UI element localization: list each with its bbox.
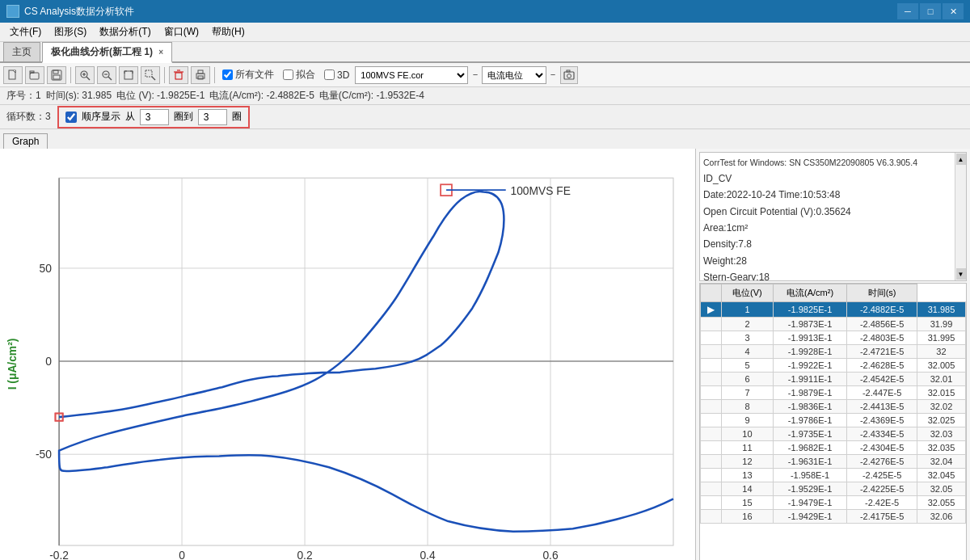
cell-num: 2 bbox=[722, 318, 774, 331]
all-files-check[interactable] bbox=[222, 69, 233, 80]
graph-tab[interactable]: Graph bbox=[3, 133, 48, 149]
open-button[interactable] bbox=[25, 66, 44, 84]
menu-help[interactable]: 帮助(H) bbox=[205, 23, 251, 40]
close-button[interactable]: ✕ bbox=[943, 3, 964, 19]
cell-current: -2.4175E-5 bbox=[847, 510, 917, 524]
cell-time: 32.045 bbox=[917, 469, 965, 482]
data-table-container: 电位(V) 电流(A/cm²) 时间(s) ▶1-1.9825E-1-2.488… bbox=[699, 283, 967, 560]
info-line-8: Stern-Geary:18 bbox=[703, 269, 951, 280]
table-row[interactable]: 15-1.9479E-1-2.42E-532.055 bbox=[701, 496, 966, 510]
table-row[interactable]: 4-1.9928E-1-2.4721E-532 bbox=[701, 345, 966, 359]
cell-num: 1 bbox=[722, 302, 774, 318]
separator-1 bbox=[70, 67, 71, 83]
cell-current: -2.4856E-5 bbox=[847, 318, 917, 331]
svg-line-15 bbox=[152, 77, 155, 80]
blend-check[interactable] bbox=[283, 69, 293, 80]
cell-num: 8 bbox=[722, 400, 774, 414]
tab-polarization[interactable]: 极化曲线分析(新工程 1) × bbox=[42, 42, 172, 63]
separator-3 bbox=[214, 67, 215, 83]
info-line-7: Weight:28 bbox=[703, 253, 951, 269]
print-button[interactable] bbox=[191, 66, 210, 84]
table-row[interactable]: 16-1.9429E-1-2.4175E-532.06 bbox=[701, 510, 966, 524]
table-row[interactable]: 7-1.9879E-1-2.447E-532.015 bbox=[701, 386, 966, 400]
cell-current: -2.42E-5 bbox=[847, 496, 917, 510]
cell-current: -2.447E-5 bbox=[847, 386, 917, 400]
col-voltage-header: 电位(V) bbox=[722, 284, 774, 302]
threed-check[interactable] bbox=[324, 69, 335, 80]
svg-line-7 bbox=[86, 77, 90, 80]
cell-time: 32.015 bbox=[917, 386, 965, 400]
svg-rect-4 bbox=[53, 70, 58, 74]
info-scrollbar[interactable]: ▲ ▼ bbox=[955, 153, 966, 280]
maximize-button[interactable]: □ bbox=[920, 3, 941, 19]
menu-graph[interactable]: 图形(S) bbox=[48, 23, 93, 40]
zoomregion-button[interactable] bbox=[141, 66, 160, 84]
minimize-button[interactable]: ─ bbox=[897, 3, 918, 19]
zoomfit-button[interactable] bbox=[119, 66, 138, 84]
capture-button[interactable] bbox=[560, 66, 578, 84]
cell-num: 13 bbox=[722, 469, 774, 482]
save-button[interactable] bbox=[47, 66, 66, 84]
menu-analysis[interactable]: 数据分析(T) bbox=[93, 23, 157, 40]
tab-close-icon[interactable]: × bbox=[158, 48, 163, 57]
main-content: 50 0 -50 -0.2 0 0.2 0.4 0.6 E (V) I (μA/… bbox=[0, 149, 970, 560]
svg-text:-0.2: -0.2 bbox=[49, 549, 69, 560]
table-row[interactable]: 9-1.9786E-1-2.4369E-532.025 bbox=[701, 414, 966, 427]
table-row[interactable]: 14-1.9529E-1-2.4225E-532.05 bbox=[701, 482, 966, 496]
menu-file[interactable]: 文件(F) bbox=[3, 23, 48, 40]
zoomout-button[interactable] bbox=[97, 66, 116, 84]
table-row[interactable]: 11-1.9682E-1-2.4304E-532.035 bbox=[701, 441, 966, 455]
table-row[interactable]: ▶1-1.9825E-1-2.4882E-531.985 bbox=[701, 302, 966, 318]
table-row[interactable]: 6-1.9911E-1-2.4542E-532.01 bbox=[701, 373, 966, 386]
cell-num: 9 bbox=[722, 414, 774, 427]
from-spinbox[interactable]: 3 bbox=[140, 109, 169, 125]
sequential-checkbox[interactable] bbox=[65, 112, 77, 123]
svg-rect-16 bbox=[175, 73, 182, 79]
title-bar: CS Analysis数据分析软件 ─ □ ✕ bbox=[0, 0, 970, 23]
cell-current: -2.4304E-5 bbox=[847, 441, 917, 455]
cell-voltage: -1.9922E-1 bbox=[773, 359, 846, 373]
all-files-checkbox[interactable]: 所有文件 bbox=[222, 68, 274, 82]
new-button[interactable] bbox=[3, 66, 23, 84]
window-controls: ─ □ ✕ bbox=[897, 3, 964, 19]
svg-text:0: 0 bbox=[179, 549, 185, 560]
toolbar: 所有文件 拟合 3D 100MVS FE.cor － 电流电位 － bbox=[0, 63, 970, 87]
blend-checkbox[interactable]: 拟合 bbox=[283, 68, 315, 82]
table-row[interactable]: 13-1.958E-1-2.425E-532.045 bbox=[701, 469, 966, 482]
separator-2 bbox=[164, 67, 165, 83]
cell-current: -2.4334E-5 bbox=[847, 427, 917, 441]
table-row[interactable]: 12-1.9631E-1-2.4276E-532.04 bbox=[701, 455, 966, 469]
status-charge: 电量(C/cm²): -1.9532E-4 bbox=[319, 89, 424, 103]
cell-current: -2.4542E-5 bbox=[847, 373, 917, 386]
threed-checkbox[interactable]: 3D bbox=[324, 69, 349, 81]
info-line-1: CorrTest for Windows: SN CS350M22090805 … bbox=[703, 156, 951, 171]
table-row[interactable]: 5-1.9922E-1-2.4628E-532.005 bbox=[701, 359, 966, 373]
cell-current: -2.4369E-5 bbox=[847, 414, 917, 427]
svg-rect-5 bbox=[53, 75, 60, 79]
cell-num: 6 bbox=[722, 373, 774, 386]
cell-time: 31.985 bbox=[917, 302, 965, 318]
table-row[interactable]: 3-1.9913E-1-2.4803E-531.995 bbox=[701, 331, 966, 345]
chart-area: 50 0 -50 -0.2 0 0.2 0.4 0.6 E (V) I (μA/… bbox=[0, 149, 695, 560]
info-line-4: Open Circuit Potential (V):0.35624 bbox=[703, 204, 951, 220]
to-spinbox[interactable]: 3 bbox=[198, 109, 227, 125]
tab-bar: 主页 极化曲线分析(新工程 1) × bbox=[0, 42, 970, 63]
svg-text:100MVS FE: 100MVS FE bbox=[510, 184, 570, 197]
data-table-scroll[interactable]: 电位(V) 电流(A/cm²) 时间(s) ▶1-1.9825E-1-2.488… bbox=[700, 284, 966, 560]
zoomin-button[interactable] bbox=[75, 66, 95, 84]
cell-time: 31.995 bbox=[917, 331, 965, 345]
table-row[interactable]: 8-1.9836E-1-2.4413E-532.02 bbox=[701, 400, 966, 414]
menu-window[interactable]: 窗口(W) bbox=[158, 23, 205, 40]
table-row[interactable]: 10-1.9735E-1-2.4334E-532.03 bbox=[701, 427, 966, 441]
svg-rect-24 bbox=[567, 70, 570, 72]
cell-voltage: -1.9879E-1 bbox=[773, 386, 846, 400]
delete-button[interactable] bbox=[169, 66, 188, 84]
cell-current: -2.4803E-5 bbox=[847, 331, 917, 345]
tab-home[interactable]: 主页 bbox=[3, 42, 40, 61]
file-select[interactable]: 100MVS FE.cor bbox=[355, 66, 468, 84]
channel-select[interactable]: 电流电位 bbox=[482, 66, 546, 84]
table-row[interactable]: 2-1.9873E-1-2.4856E-531.99 bbox=[701, 318, 966, 331]
cell-voltage: -1.9735E-1 bbox=[773, 427, 846, 441]
cell-voltage: -1.9928E-1 bbox=[773, 345, 846, 359]
svg-text:0.2: 0.2 bbox=[297, 549, 312, 560]
